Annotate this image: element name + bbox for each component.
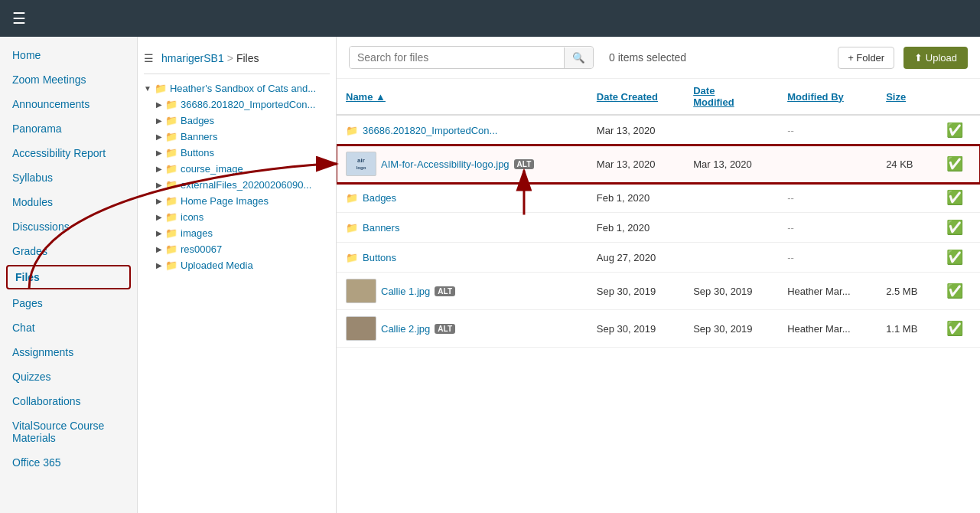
- tree-link-uploaded-media[interactable]: Uploaded Media: [181, 260, 253, 271]
- modified-by-cell: --: [778, 243, 877, 273]
- upload-button[interactable]: ⬆ Upload: [903, 47, 968, 69]
- hamburger-menu-icon[interactable]: ☰: [12, 9, 26, 28]
- search-button[interactable]: 🔍: [564, 47, 593, 68]
- modified-by-cell: --: [778, 115, 877, 145]
- sidebar-item-office365[interactable]: Office 365: [0, 450, 137, 475]
- tree-root-link[interactable]: Heather's Sandbox of Cats and...: [170, 83, 316, 94]
- tree-arrow-badges: ▶: [156, 116, 162, 125]
- tree-root-arrow: ▼: [144, 84, 151, 93]
- status-cell: ✅: [937, 273, 980, 310]
- sidebar-item-announcements[interactable]: Announcements: [0, 92, 137, 116]
- tree-folder-icon-buttons: 📁: [165, 147, 177, 158]
- sidebar-item-collaborations[interactable]: Collaborations: [0, 389, 137, 413]
- tree-folder-icon-external-files: 📁: [165, 179, 177, 191]
- status-cell: ✅: [937, 183, 980, 213]
- sidebar-item-syllabus[interactable]: Syllabus: [0, 165, 137, 190]
- size-cell: [877, 213, 937, 243]
- search-input[interactable]: [350, 47, 564, 68]
- add-folder-button[interactable]: + Folder: [838, 47, 894, 69]
- status-ok-icon: ✅: [946, 283, 963, 299]
- sidebar-item-home[interactable]: Home: [0, 43, 137, 67]
- tree-link-images[interactable]: images: [181, 227, 213, 239]
- date-modified-cell: Sep 30, 2019: [684, 310, 778, 348]
- search-box: 🔍: [349, 46, 594, 69]
- tree-link-imported[interactable]: 36686.201820_ImportedCon...: [181, 99, 315, 110]
- table-row: 📁 36686.201820_ImportedCon... Mar 13, 20…: [337, 115, 980, 145]
- file-link-aim[interactable]: AIM-for-Accessibility-logo.jpg: [381, 158, 510, 170]
- tree-child-home-page-images[interactable]: ▶ 📁 Home Page Images: [144, 193, 330, 209]
- tree-child-banners[interactable]: ▶ 📁 Banners: [144, 129, 330, 145]
- tree-link-external-files[interactable]: externalFiles_20200206090...: [181, 179, 311, 191]
- file-thumbnail: [346, 316, 376, 341]
- date-modified-cell: Mar 13, 2020: [684, 145, 778, 183]
- sidebar-item-grades[interactable]: Grades: [0, 239, 137, 263]
- tree-link-badges[interactable]: Badges: [181, 115, 214, 126]
- tree-link-res00067[interactable]: res00067: [181, 243, 222, 255]
- sidebar-item-chat[interactable]: Chat: [0, 315, 137, 340]
- status-cell: ✅: [937, 115, 980, 145]
- file-link-callie1[interactable]: Callie 1.jpg: [381, 286, 430, 297]
- sidebar-item-assignments[interactable]: Assignments: [0, 340, 137, 364]
- tree-arrow-home-page-images: ▶: [156, 197, 162, 205]
- file-thumbnail: [346, 279, 376, 303]
- col-size-link[interactable]: Size: [886, 91, 906, 103]
- content-area: ☰ hmarigerSB1 > Files ▼ 📁 Heather's Sand…: [138, 37, 980, 513]
- sidebar-item-quizzes[interactable]: Quizzes: [0, 364, 137, 389]
- modified-by-cell: --: [778, 213, 877, 243]
- date-modified-cell: [684, 115, 778, 145]
- file-tree: ☰ hmarigerSB1 > Files ▼ 📁 Heather's Sand…: [138, 37, 337, 513]
- col-modified-by-link[interactable]: Modified By: [787, 91, 844, 103]
- tree-child-external-files[interactable]: ▶ 📁 externalFiles_20200206090...: [144, 177, 330, 193]
- col-name-link[interactable]: Name ▲: [346, 91, 386, 103]
- col-date-created: Date Created: [588, 79, 684, 115]
- col-size: Size: [877, 79, 937, 115]
- col-date-created-link[interactable]: Date Created: [597, 91, 658, 103]
- sidebar-item-vitalsource[interactable]: VitalSource Course Materials: [0, 413, 137, 450]
- alt-badge: ALT: [435, 286, 455, 296]
- tree-child-icons[interactable]: ▶ 📁 icons: [144, 209, 330, 225]
- hamburger-icon[interactable]: ☰: [144, 52, 154, 64]
- top-bar: ☰: [0, 0, 980, 37]
- sidebar-item-zoom-meetings[interactable]: Zoom Meetings: [0, 67, 137, 92]
- tree-child-uploaded-media[interactable]: ▶ 📁 Uploaded Media: [144, 257, 330, 273]
- modified-by-cell: Heather Mar...: [778, 273, 877, 310]
- sidebar-item-modules[interactable]: Modules: [0, 190, 137, 214]
- file-list: 🔍 0 items selected + Folder ⬆ Upload Nam…: [337, 37, 980, 513]
- col-modified-by: Modified By: [778, 79, 877, 115]
- tree-child-imported[interactable]: ▶ 📁 36686.201820_ImportedCon...: [144, 96, 330, 113]
- tree-child-badges[interactable]: ▶ 📁 Badges: [144, 113, 330, 129]
- tree-child-images[interactable]: ▶ 📁 images: [144, 225, 330, 241]
- file-link-buttons[interactable]: Buttons: [363, 252, 396, 263]
- tree-arrow-external-files: ▶: [156, 181, 162, 189]
- sidebar-item-discussions[interactable]: Discussions: [0, 214, 137, 239]
- tree-arrow-imported: ▶: [156, 100, 162, 109]
- tree-link-course-image[interactable]: course_image: [181, 163, 243, 175]
- table-row: 📁 Badges Feb 1, 2020 -- ✅: [337, 183, 980, 213]
- folder-icon: 📁: [346, 252, 358, 263]
- file-thumbnail: airlogo: [346, 152, 376, 176]
- tree-child-buttons[interactable]: ▶ 📁 Buttons: [144, 145, 330, 161]
- file-name-cell: 📁 Badges: [337, 183, 588, 213]
- tree-root[interactable]: ▼ 📁 Heather's Sandbox of Cats and...: [144, 80, 330, 96]
- file-link-callie2[interactable]: Callie 2.jpg: [381, 323, 430, 335]
- file-link-badges[interactable]: Badges: [363, 192, 396, 204]
- sidebar-item-accessibility-report[interactable]: Accessibility Report: [0, 141, 137, 165]
- file-name-cell: airlogo AIM-for-Accessibility-logo.jpg A…: [337, 145, 588, 183]
- tree-child-res00067[interactable]: ▶ 📁 res00067: [144, 241, 330, 257]
- tree-link-banners[interactable]: Banners: [181, 131, 217, 142]
- tree-folder-icon-uploaded-media: 📁: [165, 260, 177, 271]
- col-date-modified-link[interactable]: DateModified: [693, 85, 734, 108]
- modified-by-cell: --: [778, 183, 877, 213]
- file-link-banners[interactable]: Banners: [363, 222, 399, 234]
- tree-link-home-page-images[interactable]: Home Page Images: [181, 195, 269, 207]
- sidebar-item-panorama[interactable]: Panorama: [0, 116, 137, 141]
- tree-link-icons[interactable]: icons: [181, 211, 203, 223]
- date-created-cell: Mar 13, 2020: [588, 145, 684, 183]
- sidebar-item-pages[interactable]: Pages: [0, 291, 137, 315]
- tree-child-course-image[interactable]: ▶ 📁 course_image: [144, 161, 330, 177]
- table-row: Callie 1.jpg ALT Sep 30, 2019 Sep 30, 20…: [337, 273, 980, 310]
- tree-link-buttons[interactable]: Buttons: [181, 147, 214, 158]
- file-link-imported[interactable]: 36686.201820_ImportedCon...: [363, 125, 497, 136]
- sidebar-item-files[interactable]: Files: [6, 265, 131, 289]
- breadcrumb-user-link[interactable]: hmarigerSB1: [161, 52, 224, 64]
